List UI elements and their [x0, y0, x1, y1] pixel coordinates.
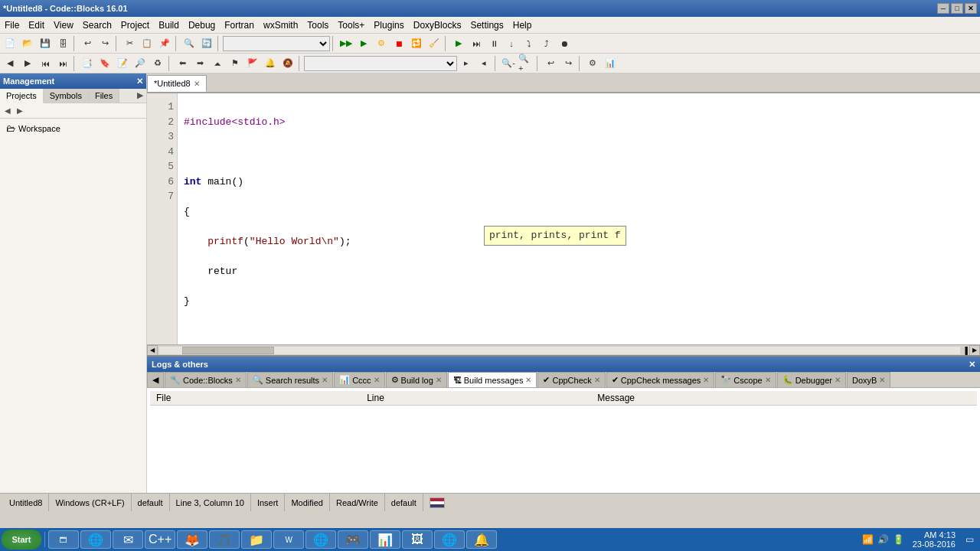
menu-tools-plus[interactable]: Tools+ [333, 17, 369, 33]
tb2-k[interactable]: 🔔 [262, 55, 279, 72]
taskbar-chrome[interactable]: 🌐 [305, 530, 336, 549]
debug-stop[interactable]: ⏸ [485, 35, 502, 52]
debug-step-in[interactable]: ⤵ [521, 35, 537, 52]
scroll-thumb[interactable] [182, 347, 274, 354]
bottom-tab-buildmsg-close[interactable]: ✕ [525, 376, 531, 384]
tb2-jump-back[interactable]: ⏮ [37, 55, 54, 72]
tb2-extra1[interactable]: ↩ [542, 55, 559, 72]
bottom-tab-search-close[interactable]: ✕ [322, 376, 328, 384]
management-close-button[interactable]: ✕ [136, 77, 143, 86]
scroll-right-arrow[interactable]: ▶ [969, 345, 980, 356]
tb2-i[interactable]: ⚑ [227, 55, 243, 72]
tb2-c[interactable]: 📝 [114, 55, 131, 72]
tb2-j[interactable]: 🚩 [244, 55, 261, 72]
zoom-in[interactable]: 🔍+ [518, 55, 534, 72]
network-icon[interactable]: 📶 [862, 533, 874, 546]
tb2-jump-fwd[interactable]: ⏭ [54, 55, 71, 72]
bottom-tab-nav-left[interactable]: ◀ [147, 372, 164, 387]
open-button[interactable]: 📂 [19, 35, 36, 52]
rebuild-button[interactable]: 🔁 [408, 35, 425, 52]
taskbar-bell[interactable]: 🔔 [466, 530, 497, 549]
bottom-tab-cppcheck[interactable]: ✔ CppCheck ✕ [537, 372, 605, 387]
volume-icon[interactable]: 🔊 [877, 533, 890, 546]
battery-icon[interactable]: 🔋 [893, 533, 905, 546]
menu-project[interactable]: Project [116, 17, 154, 33]
taskbar-game[interactable]: 🎮 [338, 530, 368, 549]
tb2-extra4[interactable]: 📊 [602, 55, 619, 72]
debug-step[interactable]: ↓ [503, 35, 520, 52]
bottom-tab-buildmsg[interactable]: 🏗 Build messages ✕ [448, 372, 537, 387]
bottom-tab-cppcheckmsg[interactable]: ✔ CppCheck messages ✕ [606, 372, 715, 387]
editor-scrollbar[interactable]: ◀ ▐ ▶ [147, 344, 980, 355]
tb2-forward[interactable]: ▶ [19, 55, 36, 72]
bottom-tab-debugger-close[interactable]: ✕ [835, 376, 841, 384]
workspace-item[interactable]: 🗁 Workspace [3, 122, 143, 135]
menu-wxsmith[interactable]: wxSmith [259, 17, 302, 33]
scroll-track[interactable] [159, 347, 960, 354]
bottom-tab-cscope-close[interactable]: ✕ [765, 376, 771, 384]
tb2-d[interactable]: 🔎 [132, 55, 149, 72]
target-combo[interactable] [223, 36, 330, 51]
tb2-b[interactable]: 🔖 [96, 55, 113, 72]
bottom-tab-debugger[interactable]: 🐛 Debugger ✕ [777, 372, 846, 387]
taskbar-mail[interactable]: ✉ [113, 530, 143, 549]
bottom-tab-cscope[interactable]: 🔭 Cscope ✕ [715, 372, 776, 387]
build-run-button[interactable]: ▶▶ [338, 35, 354, 52]
taskbar-ie[interactable]: 🌐 [80, 530, 111, 549]
code-editor[interactable]: 1 2 3 4 5 6 7 #include<stdio.h> int main… [147, 93, 980, 344]
bottom-tab-search[interactable]: 🔍 Search results ✕ [247, 372, 333, 387]
bottom-tab-buildlog[interactable]: ⚙ Build log ✕ [386, 372, 447, 387]
close-button[interactable]: ✕ [965, 3, 977, 14]
redo-button[interactable]: ↪ [96, 35, 113, 52]
tb2-f[interactable]: ⬅ [174, 55, 191, 72]
paste-button[interactable]: 📌 [156, 35, 173, 52]
start-button[interactable]: Start [2, 530, 41, 549]
cut-button[interactable]: ✂ [121, 35, 138, 52]
find-button[interactable]: 🔍 [181, 35, 198, 52]
menu-help[interactable]: Help [508, 17, 537, 33]
search-combo[interactable] [304, 56, 457, 71]
new-button[interactable]: 📄 [2, 35, 18, 52]
tb2-l[interactable]: 🔕 [279, 55, 296, 72]
zoom-out[interactable]: 🔍- [500, 55, 517, 72]
run-button[interactable]: ▶ [355, 35, 372, 52]
taskbar-music[interactable]: 🎵 [209, 530, 240, 549]
editor-tab-close[interactable]: ✕ [194, 80, 200, 88]
menu-plugins[interactable]: Plugins [369, 17, 408, 33]
tb2-extra2[interactable]: ↪ [560, 55, 577, 72]
save-button[interactable]: 💾 [37, 35, 54, 52]
taskbar-firefox[interactable]: 🦊 [177, 530, 207, 549]
tb2-h[interactable]: ⏶ [209, 55, 226, 72]
nav-arrow-left[interactable]: ◀ [2, 105, 14, 116]
debug-step-out[interactable]: ⤴ [538, 35, 555, 52]
save-all-button[interactable]: 🗄 [54, 35, 71, 52]
taskbar-explorer[interactable]: 🗔 [48, 530, 79, 549]
menu-fortran[interactable]: Fortran [220, 17, 259, 33]
search-prev[interactable]: ◂ [475, 55, 492, 72]
code-content[interactable]: #include<stdio.h> int main() { printf("H… [178, 93, 980, 344]
bottom-tab-cppcheck-close[interactable]: ✕ [594, 376, 600, 384]
menu-search[interactable]: Search [78, 17, 116, 33]
debug-button[interactable]: ▶ [450, 35, 467, 52]
taskbar-folder[interactable]: 📁 [241, 530, 272, 549]
bottom-tab-cccc-close[interactable]: ✕ [374, 376, 380, 384]
system-clock[interactable]: AM 4:13 23-08-2016 [908, 530, 960, 549]
tab-projects[interactable]: Projects [0, 89, 44, 103]
minimize-button[interactable]: ─ [937, 3, 949, 14]
bottom-tab-codeblocks-close[interactable]: ✕ [235, 376, 241, 384]
bottom-tab-doxy-close[interactable]: ✕ [879, 376, 885, 384]
bottom-tab-buildlog-close[interactable]: ✕ [436, 376, 442, 384]
taskbar-cplusplus[interactable]: C++ [145, 530, 175, 549]
search-go[interactable]: ▸ [458, 55, 475, 72]
copy-button[interactable]: 📋 [139, 35, 155, 52]
tb2-g[interactable]: ➡ [191, 55, 208, 72]
maximize-button[interactable]: □ [951, 3, 963, 14]
taskbar-browser2[interactable]: 🌐 [434, 530, 465, 549]
tb2-e[interactable]: ♻ [149, 55, 166, 72]
show-desktop-button[interactable]: ▭ [963, 533, 975, 546]
autocomplete-popup[interactable]: print, prints, print f [484, 226, 626, 246]
tb2-back[interactable]: ◀ [2, 55, 18, 72]
scroll-left-arrow[interactable]: ◀ [147, 345, 158, 356]
bottom-tab-cccc[interactable]: 📊 Cccc ✕ [334, 372, 384, 387]
menu-settings[interactable]: Settings [466, 17, 508, 33]
